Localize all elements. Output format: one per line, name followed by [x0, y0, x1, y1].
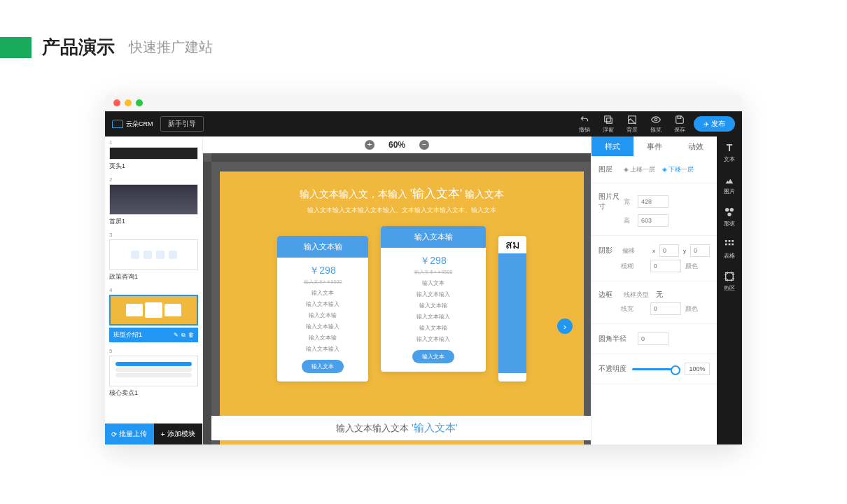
svg-point-6: [730, 208, 734, 211]
page-item[interactable]: 5 核心卖点1: [109, 348, 198, 398]
price-card[interactable]: สม: [498, 236, 526, 382]
price-card[interactable]: 输入文本输 ￥298 输入文本+￥9500 输入文本 输入文本输入 输入文本输 …: [277, 236, 368, 382]
table-tool[interactable]: 表格: [724, 239, 735, 260]
delete-icon[interactable]: 🗑: [188, 332, 194, 339]
ruler-horizontal: [211, 153, 591, 162]
preview-button[interactable]: 预览: [650, 115, 662, 134]
minimize-icon[interactable]: [125, 99, 132, 106]
image-tool[interactable]: 图片: [724, 174, 735, 195]
close-icon[interactable]: [113, 99, 120, 106]
logo-icon: [112, 120, 123, 128]
zoom-value: 60%: [388, 140, 405, 150]
line-width-input[interactable]: [650, 302, 681, 315]
bottom-title[interactable]: 输入文本输入文本 '输入文本': [203, 416, 591, 440]
svg-rect-10: [732, 240, 734, 242]
pages-panel: 1 页头1 2 首屏1 3 政策咨询1 4: [105, 136, 203, 444]
tab-event[interactable]: 事件: [634, 136, 676, 156]
page-item-selected[interactable]: 4 班型介绍1 ✎⧉🗑: [109, 287, 198, 342]
page-item[interactable]: 1 页头1: [109, 139, 198, 171]
blur-input[interactable]: [650, 260, 681, 272]
page-subtitle: 快速推广建站: [129, 38, 213, 57]
undo-button[interactable]: 撤销: [579, 115, 590, 134]
height-input[interactable]: [638, 214, 668, 227]
save-button[interactable]: 保存: [674, 115, 685, 134]
undo-icon: [580, 115, 589, 125]
batch-upload-button[interactable]: ⟳批量上传: [105, 424, 154, 444]
logo[interactable]: 云朵CRM: [112, 120, 153, 129]
canvas[interactable]: + 60% − 输入文本输入文，本输入 '输入文本' 输入文本 输入文本输入文本…: [203, 136, 591, 444]
svg-rect-4: [678, 115, 681, 118]
svg-rect-8: [725, 240, 727, 242]
zoom-in-button[interactable]: +: [365, 140, 374, 150]
titlebar: [105, 94, 742, 111]
page-item[interactable]: 3 政策咨询1: [109, 232, 198, 281]
publish-button[interactable]: ✈发布: [694, 116, 735, 132]
edit-icon[interactable]: ✎: [174, 332, 178, 339]
card-button[interactable]: 输入文本: [302, 360, 344, 373]
svg-rect-1: [607, 118, 612, 123]
page-thumb[interactable]: [109, 295, 198, 326]
card-button[interactable]: 输入文本: [412, 350, 454, 363]
page-item[interactable]: 2 首屏1: [109, 176, 198, 226]
svg-point-7: [727, 213, 731, 216]
send-icon: ✈: [704, 120, 709, 128]
opacity-slider[interactable]: [632, 368, 680, 370]
layer-up-button[interactable]: ◈上移一层 ◈下移一层: [624, 165, 694, 174]
chevron-right-icon: ›: [564, 321, 566, 332]
ruler-vertical: [203, 162, 211, 444]
zoom-out-button[interactable]: −: [419, 140, 429, 150]
maximize-icon[interactable]: [136, 99, 143, 106]
svg-rect-12: [729, 244, 731, 246]
eye-icon: [651, 115, 661, 125]
svg-rect-9: [729, 240, 731, 242]
page-label-bar: 班型介绍1 ✎⧉🗑: [109, 328, 198, 342]
next-button[interactable]: ›: [557, 318, 573, 334]
page-thumb[interactable]: [109, 239, 198, 270]
zoom-bar: + 60% −: [203, 136, 591, 153]
bg-button[interactable]: 背景: [626, 115, 638, 134]
layer-up-icon: ◈: [624, 166, 629, 173]
hotspot-icon: [724, 271, 735, 282]
svg-rect-11: [725, 244, 727, 246]
properties-panel: 样式 事件 动效 图层 ◈上移一层 ◈下移一层 图片尺寸宽 高 阴影偏移xy 模…: [591, 136, 717, 444]
grid-icon: [724, 239, 735, 250]
width-input[interactable]: [638, 195, 668, 208]
save-icon: [675, 115, 685, 125]
tab-anim[interactable]: 动效: [675, 136, 717, 156]
float-button[interactable]: 浮窗: [603, 115, 614, 134]
design-page[interactable]: 输入文本输入文，本输入 '输入文本' 输入文本 输入文本输入文本输入文本输入、文…: [220, 172, 584, 444]
hero-subtitle[interactable]: 输入文本输入文本输入文本输入、文本输入文本输入文本、输入文本: [248, 206, 556, 215]
accent-bar: [0, 37, 31, 58]
text-icon: T: [724, 142, 735, 153]
radius-input[interactable]: [638, 332, 668, 345]
price-card-featured[interactable]: 输入文本输 ￥298 输入文本+￥9500 输入文本 输入文本输入 输入文本输 …: [381, 226, 486, 372]
layer-down-icon: ◈: [662, 166, 667, 173]
layer-down-button[interactable]: ◈下移一层: [662, 165, 694, 174]
svg-point-5: [725, 208, 729, 211]
opacity-value: 100%: [685, 363, 710, 375]
add-module-button[interactable]: +添加模块: [154, 424, 203, 444]
page-thumb[interactable]: [109, 147, 198, 160]
shape-tool[interactable]: 形状: [724, 206, 735, 227]
svg-rect-0: [605, 115, 610, 121]
app-topbar: 云朵CRM 新手引导 撤销 浮窗 背景 预览 保存 ✈发布: [105, 111, 742, 136]
float-icon: [603, 115, 613, 125]
line-type-select[interactable]: 无: [656, 290, 663, 300]
page-thumb[interactable]: [109, 184, 198, 215]
page-title: 产品演示: [42, 35, 115, 59]
image-icon: [724, 174, 735, 186]
plus-icon: +: [161, 430, 165, 438]
svg-point-3: [654, 118, 657, 121]
hotspot-tool[interactable]: 热区: [724, 271, 735, 292]
shape-icon: [724, 206, 735, 218]
guide-button[interactable]: 新手引导: [160, 116, 204, 132]
tab-style[interactable]: 样式: [592, 136, 634, 156]
svg-rect-14: [726, 273, 734, 281]
copy-icon[interactable]: ⧉: [181, 332, 186, 339]
logo-text: 云朵CRM: [126, 120, 153, 129]
page-thumb[interactable]: [109, 356, 198, 386]
text-tool[interactable]: T文本: [724, 142, 735, 163]
shadow-y-input[interactable]: [690, 244, 710, 257]
hero-title[interactable]: 输入文本输入文，本输入 '输入文本' 输入文本: [248, 186, 556, 202]
shadow-x-input[interactable]: [659, 244, 679, 257]
